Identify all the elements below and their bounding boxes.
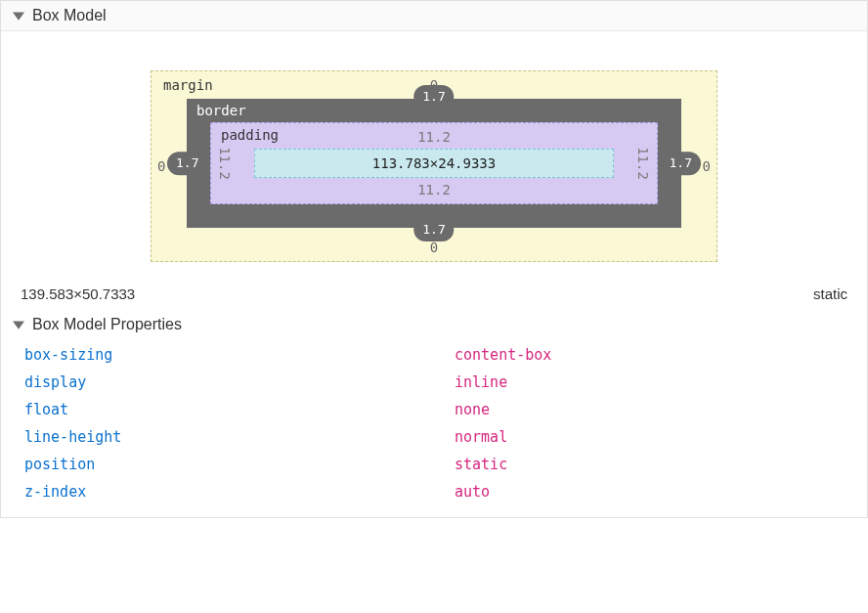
property-name: float: [24, 401, 455, 418]
property-row[interactable]: z-index auto: [24, 478, 859, 505]
padding-top-value[interactable]: 11.2: [417, 129, 451, 145]
property-row[interactable]: box-sizing content-box: [24, 341, 859, 369]
section-header-properties[interactable]: Box Model Properties: [1, 312, 867, 337]
disclosure-triangle-icon[interactable]: [13, 319, 24, 330]
properties-title: Box Model Properties: [32, 316, 182, 333]
svg-marker-1: [13, 321, 24, 328]
padding-label: padding: [221, 127, 279, 143]
property-name: display: [24, 373, 455, 391]
section-header-boxmodel[interactable]: Box Model: [1, 1, 867, 31]
padding-left-value[interactable]: 11.2: [217, 147, 233, 180]
margin-bottom-value[interactable]: 0: [430, 240, 438, 255]
properties-list: box-sizing content-box display inline fl…: [1, 337, 867, 517]
property-value: normal: [455, 428, 507, 446]
svg-marker-0: [13, 12, 24, 20]
border-region[interactable]: border 1.7 1.7 1.7 1.7 padding 11.2 11.2…: [187, 99, 681, 228]
padding-right-value[interactable]: 11.2: [635, 147, 651, 180]
property-value: inline: [455, 373, 507, 391]
property-row[interactable]: position static: [24, 451, 859, 478]
size-position-row: 139.583×50.7333 static: [1, 285, 867, 310]
disclosure-triangle-icon[interactable]: [13, 10, 24, 22]
padding-bottom-value[interactable]: 11.2: [417, 182, 451, 197]
property-row[interactable]: display inline: [24, 369, 859, 396]
margin-label: margin: [163, 77, 213, 93]
margin-region[interactable]: margin 0 0 0 0 border 1.7 1.7 1.7 1.7 pa…: [151, 70, 717, 262]
property-name: position: [24, 456, 455, 473]
content-region[interactable]: 113.783×24.9333: [254, 149, 614, 178]
property-row[interactable]: float none: [24, 396, 859, 423]
border-left-value[interactable]: 1.7: [169, 153, 205, 173]
box-model-panel: Box Model margin 0 0 0 0 border 1.7 1.7 …: [0, 0, 868, 518]
property-value: static: [455, 456, 507, 473]
border-bottom-value[interactable]: 1.7: [415, 220, 452, 240]
padding-region[interactable]: padding 11.2 11.2 11.2 11.2 113.783×24.9…: [210, 122, 658, 204]
property-row[interactable]: line-height normal: [24, 423, 859, 451]
property-name: box-sizing: [24, 346, 455, 364]
element-size: 139.583×50.7333: [21, 285, 135, 302]
border-top-value[interactable]: 1.7: [415, 87, 452, 107]
property-name: z-index: [24, 483, 455, 501]
property-value: none: [455, 401, 490, 418]
section-title: Box Model: [32, 7, 107, 24]
margin-right-value[interactable]: 0: [703, 158, 711, 174]
box-model-diagram: margin 0 0 0 0 border 1.7 1.7 1.7 1.7 pa…: [1, 31, 867, 285]
element-position-type: static: [813, 285, 847, 302]
content-size-value: 113.783×24.9333: [372, 155, 496, 171]
border-right-value[interactable]: 1.7: [663, 153, 699, 173]
property-value: content-box: [455, 346, 551, 364]
property-value: auto: [455, 483, 490, 501]
property-name: line-height: [24, 428, 455, 446]
border-label: border: [196, 103, 246, 118]
margin-left-value[interactable]: 0: [157, 158, 165, 174]
